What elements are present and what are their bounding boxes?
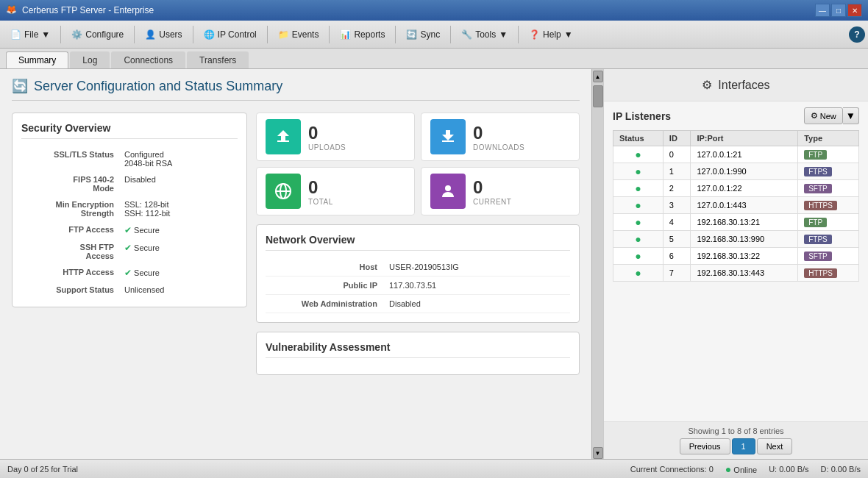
new-button[interactable]: ⚙ New — [804, 107, 843, 124]
table-row[interactable]: ● 7 192.168.30.13:443 HTTPS — [613, 265, 859, 282]
user-icon — [439, 182, 457, 200]
upload-icon — [274, 128, 292, 146]
support-status-label: Support Status — [21, 282, 117, 298]
menubar: 📄 File ▼ ⚙️ Configure 👤 Users 🌐 IP Contr… — [0, 21, 868, 49]
host-label: Host — [266, 258, 383, 277]
scroll-up-button[interactable]: ▲ — [593, 71, 603, 82]
help-circle-button[interactable]: ? — [849, 26, 865, 43]
gear-icon: ⚙ — [702, 78, 712, 92]
web-admin-value: Disabled — [383, 295, 570, 313]
uploads-icon-box — [266, 119, 301, 154]
menu-ip-control[interactable]: 🌐 IP Control — [196, 26, 264, 43]
tab-summary[interactable]: Summary — [6, 51, 68, 68]
menu-divider-7 — [450, 26, 451, 43]
scroll-down-button[interactable]: ▼ — [593, 447, 603, 459]
menu-events[interactable]: 📁 Events — [271, 26, 327, 43]
listeners-container: IP Listeners ⚙ New ▼ Status ID IP:Port T… — [604, 101, 868, 421]
current-info: 0 CURRENT — [473, 177, 511, 206]
current-icon-box — [430, 174, 466, 209]
ipport-cell: 127.0.0.1:22 — [691, 180, 798, 197]
scrollbar[interactable]: ▲ ▼ — [591, 69, 603, 459]
encryption-label: Min EncryptionStrength — [21, 196, 117, 221]
page-1-button[interactable]: 1 — [732, 438, 755, 454]
app-icon: 🦊 — [6, 4, 18, 16]
table-row[interactable]: ● 6 192.168.30.13:22 SFTP — [613, 248, 859, 265]
status-dot-icon: ● — [635, 165, 641, 177]
left-content: 🔄 Server Configuration and Status Summar… — [0, 69, 603, 459]
type-cell: FTPS — [798, 231, 859, 248]
table-row[interactable]: ● 0 127.0.0.1:21 FTP — [613, 146, 859, 163]
previous-button[interactable]: Previous — [680, 438, 730, 454]
ip-control-icon: 🌐 — [204, 29, 215, 40]
status-cell: ● — [613, 146, 664, 163]
sync-icon: 🔄 — [406, 29, 417, 40]
next-button[interactable]: Next — [757, 438, 793, 454]
ssl-label: SSL/TLS Status — [21, 146, 117, 171]
type-badge: FTP — [804, 150, 827, 160]
table-row[interactable]: ● 5 192.168.30.13:990 FTPS — [613, 231, 859, 248]
menu-file-label: File — [24, 29, 38, 40]
table-row[interactable]: ● 4 192.168.30.13:21 FTP — [613, 214, 859, 231]
menu-users[interactable]: 👤 Users — [138, 26, 189, 43]
security-header: Security Overview — [21, 122, 238, 139]
network-section: Network Overview Host USER-20190513IG Pu… — [256, 224, 580, 323]
new-dropdown-button[interactable]: ▼ — [843, 107, 859, 124]
tab-connections[interactable]: Connections — [111, 51, 185, 68]
tab-transfers[interactable]: Transfers — [187, 51, 249, 68]
id-cell: 1 — [663, 163, 691, 180]
ftp-secure-icon: ✔ — [124, 225, 132, 235]
right-panel: ⚙ Interfaces IP Listeners ⚙ New ▼ Status — [603, 69, 868, 459]
ipport-cell: 192.168.30.13:443 — [691, 265, 798, 282]
table-row[interactable]: ● 1 127.0.0.1:990 FTPS — [613, 163, 859, 180]
fips-value: Disabled — [117, 171, 238, 196]
menu-divider-6 — [395, 26, 396, 43]
menu-configure[interactable]: ⚙️ Configure — [64, 26, 131, 43]
uploads-stat: 0 UPLOADS — [256, 113, 415, 161]
menu-file[interactable]: 📄 File ▼ — [3, 26, 57, 43]
scroll-thumb[interactable] — [593, 85, 603, 107]
id-cell: 6 — [663, 248, 691, 265]
menu-sync[interactable]: 🔄 Sync — [399, 26, 447, 43]
listeners-header-row: Status ID IP:Port Type — [613, 131, 859, 146]
stats-row-1: 0 UPLOADS 0 — [256, 113, 580, 161]
vulnerability-header: Vulnerability Assessment — [266, 341, 570, 358]
ip-listeners-table: Status ID IP:Port Type ● 0 127.0.0.1:21 … — [613, 130, 859, 282]
ftp-access-row: FTP Access ✔ Secure — [21, 221, 238, 239]
status-cell: ● — [613, 180, 664, 197]
type-badge: SFTP — [804, 184, 832, 193]
table-row[interactable]: ● 3 127.0.0.1:443 HTTPS — [613, 197, 859, 214]
type-badge: HTTPS — [804, 201, 837, 210]
web-admin-row: Web Administration Disabled — [266, 295, 570, 313]
col-status: Status — [613, 131, 664, 146]
menu-reports[interactable]: 📊 Reports — [332, 26, 392, 43]
left-panel: 🔄 Server Configuration and Status Summar… — [0, 69, 591, 393]
type-badge: FTPS — [804, 167, 832, 176]
new-btn-group: ⚙ New ▼ — [804, 107, 859, 124]
total-icon-box — [266, 174, 301, 209]
tab-log[interactable]: Log — [70, 51, 110, 68]
listeners-tbody: ● 0 127.0.0.1:21 FTP ● 1 127.0.0.1:990 F… — [613, 146, 859, 282]
online-label: Online — [733, 465, 757, 474]
stats-row-2: 0 TOTAL 0 — [256, 167, 580, 215]
type-cell: SFTP — [798, 180, 859, 197]
status-dot-icon: ● — [635, 199, 641, 211]
ipport-cell: 127.0.0.1:990 — [691, 163, 798, 180]
right-column: 0 UPLOADS 0 — [256, 113, 580, 384]
statusbar: Day 0 of 25 for Trial Current Connection… — [0, 459, 868, 478]
titlebar: 🦊 Cerberus FTP Server - Enterprise — □ ✕ — [0, 0, 868, 21]
maximize-button[interactable]: □ — [831, 4, 846, 17]
trial-info: Day 0 of 25 for Trial — [7, 465, 78, 474]
downloads-label: DOWNLOADS — [473, 143, 524, 151]
menu-tools[interactable]: 🔧 Tools ▼ — [454, 26, 515, 43]
ipport-cell: 192.168.30.13:21 — [691, 214, 798, 231]
minimize-button[interactable]: — — [815, 4, 830, 17]
close-button[interactable]: ✕ — [847, 4, 862, 17]
status-dot-icon: ● — [635, 182, 641, 194]
listeners-thead: Status ID IP:Port Type — [613, 131, 859, 146]
type-badge: HTTPS — [804, 268, 837, 278]
menu-divider-5 — [329, 26, 330, 43]
http-access-value: ✔ Secure — [117, 264, 238, 282]
table-row[interactable]: ● 2 127.0.0.1:22 SFTP — [613, 180, 859, 197]
menu-help-label: Help — [543, 29, 561, 40]
menu-help[interactable]: ❓ Help ▼ — [522, 26, 580, 43]
